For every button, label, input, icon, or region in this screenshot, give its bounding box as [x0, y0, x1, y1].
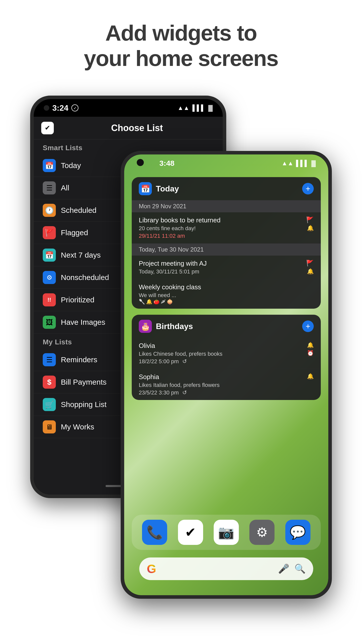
birthday-item2-name: Sophia [139, 373, 220, 381]
dock-phone-button[interactable]: 📞 [142, 520, 167, 545]
today-item2-sub: Today, 30/11/21 5:01 pm [139, 268, 207, 275]
birthday-item1[interactable]: Olivia Likes Chinese food, prefers books… [132, 338, 321, 369]
check-circle-icon: ✓ [71, 104, 78, 111]
today-item1-flag: 🚩 [306, 216, 314, 223]
next7-label: Next 7 days [61, 251, 101, 259]
today-item1-sub: 20 cents fine each day! [139, 225, 220, 232]
today-label: Today [61, 161, 81, 170]
front-wifi-icon: ▲▲ [282, 160, 294, 167]
front-signal-icon: ▌▌▌ [296, 160, 309, 167]
google-logo: G [147, 562, 156, 576]
header-line1: Add widgets to [0, 20, 362, 46]
today-widget-header: 📅 Today + [132, 177, 321, 200]
today-widget-add-button[interactable]: + [302, 183, 314, 194]
shopping-label: Shopping List [61, 400, 107, 409]
today-widget: 📅 Today + Mon 29 Nov 2021 Library books … [132, 177, 321, 309]
today-item3-sub: We will need ... [139, 292, 201, 299]
haveimages-label: Have Images [61, 318, 105, 327]
app-icon: ✔ [41, 122, 54, 134]
front-battery-icon: ▓ [311, 160, 316, 167]
birthday-item2[interactable]: Sophia Likes Italian food, prefers flowe… [132, 369, 321, 400]
flagged-label: Flagged [61, 228, 88, 237]
birthday-item2-desc: Likes Italian food, prefers flowers [139, 382, 220, 388]
today-item3-title: Weekly cooking class [139, 283, 201, 291]
birthdays-widget-title: Birthdays [156, 322, 298, 331]
birthday-item1-desc: Likes Chinese food, prefers books [139, 351, 222, 357]
today-item3[interactable]: Weekly cooking class We will need ... 🥄🔔… [132, 279, 321, 309]
status-right-front: ▲▲ ▌▌▌ ▓ [282, 160, 316, 167]
today-item2-flag: 🚩 [306, 260, 314, 267]
today-icon: 📅 [43, 159, 56, 172]
status-bar-back: 3:24 ✓ ▲▲ ▌▌▌ ▓ [34, 99, 223, 117]
today-widget-icon: 📅 [139, 182, 152, 195]
birthday-item1-alarm: ⏰ [307, 350, 314, 356]
haveimages-icon: 🖼 [43, 316, 56, 329]
birthday-item1-name: Olivia [139, 342, 222, 350]
signal-icon: ▌▌▌ [192, 104, 205, 111]
dock-tasks-button[interactable]: ✔ [178, 520, 203, 545]
prioritized-label: Prioritized [61, 296, 94, 304]
widgets-area: 📅 Today + Mon 29 Nov 2021 Library books … [124, 172, 328, 405]
search-mic-button[interactable]: 🎤 [278, 564, 289, 574]
nonscheduled-icon: ⊙ [43, 271, 56, 284]
all-icon: ☰ [43, 181, 56, 194]
today-item1-bell: 🔔 [307, 225, 314, 231]
billpayments-icon: $ [43, 376, 56, 389]
birthdays-widget-icon: 🎂 [139, 320, 152, 333]
phone-front: 3:48 ▲▲ ▌▌▌ ▓ 📅 Today + Mon 29 Nov 2021 [121, 151, 332, 599]
dock-messages-button[interactable]: 💬 [285, 520, 310, 545]
myworks-icon: 🖥 [43, 420, 56, 433]
birthdays-widget-header: 🎂 Birthdays + [132, 315, 321, 338]
birthday-item2-date: 23/5/22 3:30 pm ↺ [139, 389, 220, 396]
today-widget-title: Today [156, 184, 298, 193]
flagged-icon: 🚩 [43, 226, 56, 239]
nonscheduled-label: Nonscheduled [61, 273, 109, 282]
reminders-label: Reminders [61, 355, 97, 364]
today-item3-emojis: 🥄🔔🍅🌶🧅 [139, 299, 201, 305]
birthdays-widget-add-button[interactable]: + [302, 320, 314, 332]
reminders-icon: ☰ [43, 353, 56, 366]
phones-container: 3:24 ✓ ▲▲ ▌▌▌ ▓ ✔ Choose List Smart List… [30, 96, 332, 624]
status-left: 3:24 ✓ [44, 103, 78, 113]
toolbar-back: ✔ Choose List [34, 117, 223, 139]
today-item1-time: 29/11/21 11:02 am [139, 233, 220, 239]
dock-camera-button[interactable]: 📷 [214, 520, 239, 545]
header-section: Add widgets to your home screens [0, 0, 362, 71]
scheduled-label: Scheduled [61, 206, 97, 215]
today-item2-bell: 🔔 [307, 268, 314, 275]
shopping-icon: 🛒 [43, 398, 56, 411]
toolbar-title: Choose List [59, 123, 215, 133]
battery-icon: ▓ [208, 104, 213, 111]
phone-front-inner: 3:48 ▲▲ ▌▌▌ ▓ 📅 Today + Mon 29 Nov 2021 [124, 154, 328, 595]
camera-dot [44, 105, 49, 111]
header-line2: your home screens [0, 46, 362, 71]
today-date-header1: Mon 29 Nov 2021 [132, 200, 321, 212]
birthday-item2-bell: 🔔 [307, 373, 314, 380]
time-front: 3:48 [159, 159, 174, 168]
myworks-label: My Works [61, 423, 94, 431]
all-label: All [61, 184, 69, 192]
today-item1-title: Library books to be returned [139, 216, 220, 224]
search-lens-button[interactable]: 🔍 [294, 564, 306, 574]
status-bar-front: 3:48 ▲▲ ▌▌▌ ▓ [124, 154, 328, 172]
home-dock: 📞 ✔ 📷 ⚙ 💬 [132, 515, 321, 550]
scheduled-icon: 🕐 [43, 204, 56, 217]
birthdays-widget: 🎂 Birthdays + Olivia Likes Chinese food,… [132, 315, 321, 400]
wifi-icon: ▲▲ [177, 104, 190, 111]
google-search-bar[interactable]: G 🎤 🔍 [139, 557, 313, 580]
dock-settings-button[interactable]: ⚙ [249, 520, 275, 545]
today-item2-title: Project meeting with AJ [139, 260, 207, 267]
status-right-back: ▲▲ ▌▌▌ ▓ [177, 104, 213, 111]
billpayments-label: Bill Payments [61, 378, 107, 386]
camera-notch [137, 159, 144, 166]
today-item2[interactable]: Project meeting with AJ Today, 30/11/21 … [132, 256, 321, 279]
prioritized-icon: !! [43, 293, 56, 306]
birthday-item1-date: 18/2/22 5:00 pm ↺ [139, 358, 222, 365]
today-date-header2: Today, Tue 30 Nov 2021 [132, 244, 321, 256]
today-item1[interactable]: Library books to be returned 20 cents fi… [132, 212, 321, 244]
birthday-item1-bell: 🔔 [307, 342, 314, 348]
next7-icon: 📅 [43, 249, 56, 262]
time-back: 3:24 [52, 103, 68, 113]
